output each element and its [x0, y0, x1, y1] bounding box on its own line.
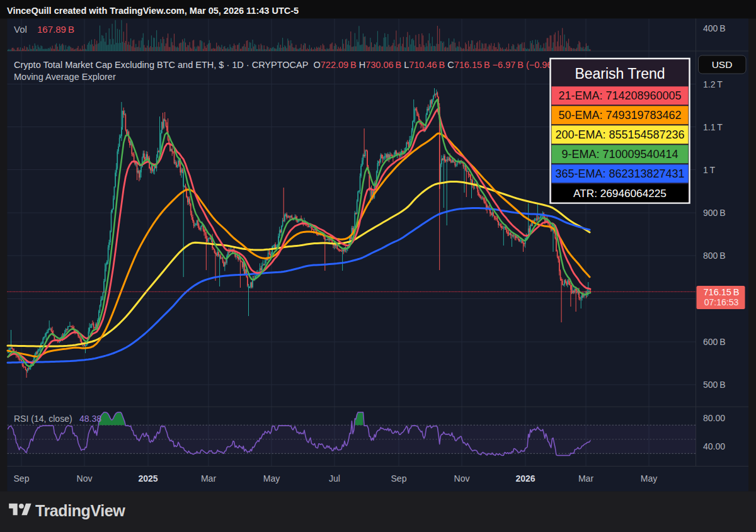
- svg-text:ATR: 26946064225: ATR: 26946064225: [573, 187, 667, 200]
- svg-text:2025: 2025: [138, 473, 158, 484]
- svg-text:USD: USD: [712, 59, 733, 70]
- svg-text:RSI (14, close): RSI (14, close): [14, 414, 72, 424]
- svg-text:VinceQuill created with Tradin: VinceQuill created with TradingView.com,…: [7, 6, 299, 16]
- svg-text:80.00: 80.00: [703, 413, 725, 423]
- svg-text:Bearish Trend: Bearish Trend: [575, 65, 665, 82]
- svg-text:May: May: [641, 473, 657, 484]
- svg-text:Mar: Mar: [578, 473, 593, 484]
- svg-text:1.1 T: 1.1 T: [703, 122, 723, 132]
- svg-text:400 B: 400 B: [703, 23, 726, 33]
- svg-text:1.2 T: 1.2 T: [703, 79, 723, 89]
- svg-text:2026: 2026: [515, 473, 535, 484]
- svg-text:07:16:53: 07:16:53: [704, 297, 739, 307]
- svg-text:500 B: 500 B: [703, 380, 726, 390]
- svg-text:40.00: 40.00: [703, 441, 725, 451]
- svg-text:50-EMA: 749319783462: 50-EMA: 749319783462: [558, 109, 681, 122]
- svg-text:Sep: Sep: [391, 473, 407, 484]
- svg-text:Nov: Nov: [454, 473, 470, 484]
- svg-text:167.89 B: 167.89 B: [37, 24, 74, 35]
- svg-text:600 B: 600 B: [703, 337, 726, 347]
- svg-text:900 B: 900 B: [703, 208, 726, 218]
- svg-text:200-EMA: 855154587236: 200-EMA: 855154587236: [555, 128, 684, 141]
- svg-text:Jul: Jul: [329, 473, 340, 484]
- svg-text:Mar: Mar: [201, 473, 216, 484]
- svg-text:1 T: 1 T: [703, 165, 716, 175]
- svg-text:Moving Average Explorer: Moving Average Explorer: [14, 72, 116, 82]
- svg-text:716.15 B: 716.15 B: [704, 287, 740, 297]
- svg-text:800 B: 800 B: [703, 251, 726, 261]
- svg-text:365-EMA: 862313827431: 365-EMA: 862313827431: [555, 167, 684, 180]
- svg-text:Vol: Vol: [14, 24, 27, 35]
- svg-text:TradingView: TradingView: [35, 502, 125, 519]
- svg-text:Nov: Nov: [77, 473, 93, 484]
- svg-text:9-EMA: 710009540414: 9-EMA: 710009540414: [561, 148, 678, 161]
- svg-text:Sep: Sep: [14, 473, 30, 484]
- svg-text:21-EMA: 714208960005: 21-EMA: 714208960005: [558, 89, 681, 102]
- svg-text:Crypto Total Market Cap Exclud: Crypto Total Market Cap Excluding BTC an…: [14, 60, 563, 70]
- svg-text:May: May: [263, 473, 280, 484]
- svg-text:48.38: 48.38: [79, 414, 101, 424]
